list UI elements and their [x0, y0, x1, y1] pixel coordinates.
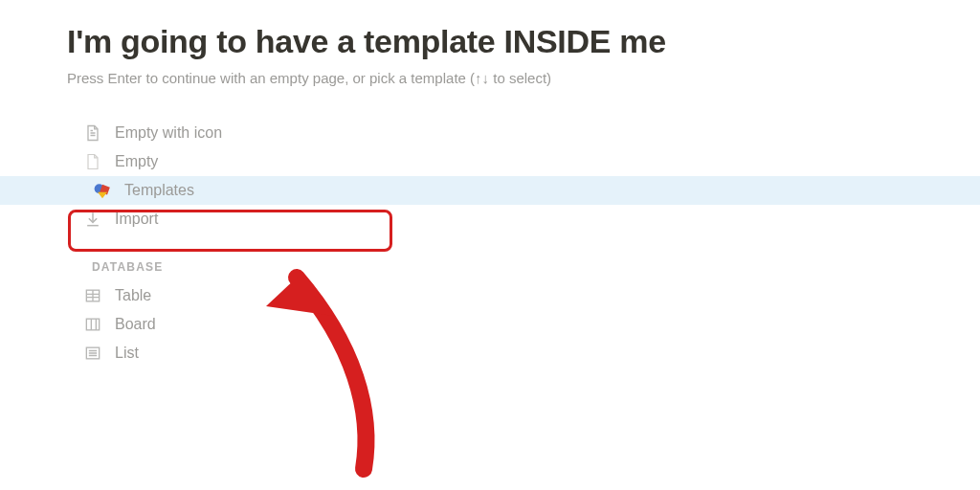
table-icon	[82, 285, 103, 306]
new-page-template-picker: I'm going to have a template INSIDE me P…	[0, 0, 980, 368]
svg-rect-4	[86, 319, 99, 330]
option-board[interactable]: Board	[77, 310, 913, 339]
page-title[interactable]: I'm going to have a template INSIDE me	[67, 23, 913, 60]
option-list[interactable]: List	[77, 339, 913, 368]
blank-page-icon	[82, 151, 103, 172]
option-label: Import	[115, 211, 158, 228]
board-icon	[82, 314, 103, 335]
import-icon	[82, 209, 103, 230]
database-section-label: DATABASE	[92, 260, 913, 274]
option-templates[interactable]: Templates	[0, 176, 980, 205]
option-empty-with-icon[interactable]: Empty with icon	[77, 119, 913, 147]
option-label: Templates	[124, 182, 194, 199]
template-hint: Press Enter to continue with an empty pa…	[67, 70, 913, 86]
svg-marker-2	[98, 192, 107, 199]
page-icon	[82, 122, 103, 144]
page-type-options: Empty with icon Empty Templates	[67, 119, 913, 368]
list-icon	[82, 343, 103, 364]
option-label: Empty	[115, 153, 158, 170]
option-label: Table	[115, 287, 151, 304]
option-table[interactable]: Table	[77, 281, 913, 310]
option-label: Board	[115, 316, 156, 333]
option-label: Empty with icon	[115, 124, 222, 142]
templates-icon	[92, 180, 113, 201]
option-import[interactable]: Import	[77, 205, 913, 234]
option-label: List	[115, 345, 139, 362]
option-empty[interactable]: Empty	[77, 147, 913, 176]
